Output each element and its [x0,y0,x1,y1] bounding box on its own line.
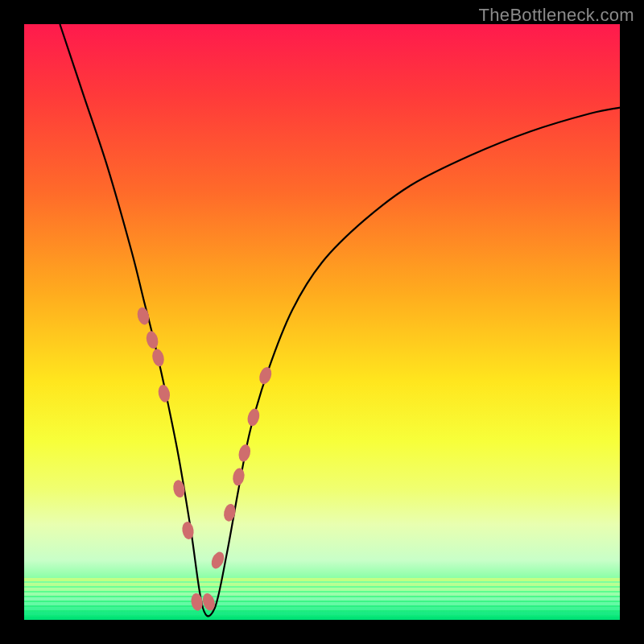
chart-frame: TheBottleneck.com [0,0,644,644]
curve-marker [257,365,273,386]
curve-marker [145,330,160,350]
marker-group [136,306,274,612]
curve-svg [24,24,620,620]
curve-marker [237,443,252,463]
curve-marker [190,592,204,612]
curve-marker [151,348,166,368]
plot-area [24,24,620,620]
curve-marker [246,407,261,427]
curve-marker [157,384,171,403]
curve-marker [172,479,187,498]
curve-marker [136,306,151,326]
watermark-text: TheBottleneck.com [479,5,634,26]
curve-marker [231,467,246,486]
